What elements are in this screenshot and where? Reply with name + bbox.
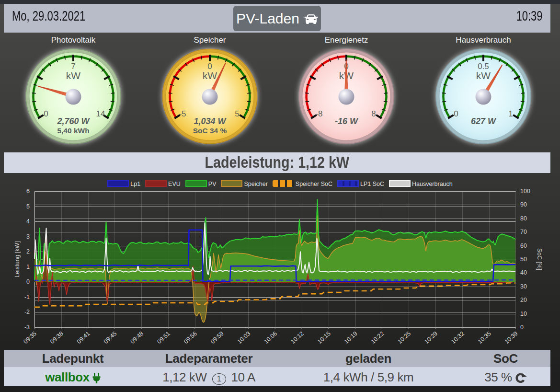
svg-text:09:45: 09:45 — [103, 330, 118, 345]
svg-text:10:29: 10:29 — [423, 330, 439, 345]
svg-text:-1: -1 — [24, 294, 30, 300]
svg-text:30: 30 — [520, 283, 527, 290]
svg-text:-2: -2 — [24, 309, 30, 315]
svg-text:90: 90 — [520, 201, 527, 208]
svg-text:3: 3 — [26, 233, 30, 240]
svg-text:10:35: 10:35 — [477, 330, 492, 345]
svg-text:10:15: 10:15 — [316, 330, 332, 345]
svg-text:Leistung [kW]: Leistung [kW] — [14, 241, 21, 277]
svg-text:09:48: 09:48 — [129, 330, 145, 345]
svg-text:60: 60 — [520, 242, 527, 249]
svg-text:09:59: 09:59 — [209, 330, 225, 345]
svg-text:10:25: 10:25 — [397, 330, 412, 345]
svg-text:09:56: 09:56 — [183, 330, 198, 345]
svg-text:0: 0 — [520, 324, 524, 331]
svg-text:4: 4 — [26, 218, 30, 225]
svg-text:1: 1 — [26, 264, 30, 270]
svg-text:20: 20 — [520, 297, 527, 303]
svg-text:09:51: 09:51 — [156, 330, 171, 345]
svg-text:40: 40 — [520, 269, 527, 276]
svg-text:10:39: 10:39 — [503, 330, 519, 345]
svg-text:09:41: 09:41 — [76, 330, 91, 345]
svg-text:10:12: 10:12 — [289, 330, 305, 345]
svg-text:09:35: 09:35 — [22, 330, 38, 345]
svg-text:10:32: 10:32 — [450, 330, 466, 345]
svg-text:80: 80 — [520, 215, 527, 222]
svg-text:10:06: 10:06 — [263, 330, 279, 345]
svg-text:70: 70 — [520, 229, 527, 235]
svg-text:-3: -3 — [24, 324, 30, 331]
svg-text:10: 10 — [520, 311, 527, 317]
svg-text:5: 5 — [26, 203, 30, 210]
svg-text:6: 6 — [26, 188, 30, 195]
svg-text:100: 100 — [520, 188, 530, 195]
svg-text:2: 2 — [26, 248, 30, 255]
svg-text:10:19: 10:19 — [343, 330, 359, 345]
svg-text:10:03: 10:03 — [236, 330, 252, 345]
svg-text:0: 0 — [26, 278, 30, 285]
svg-text:10:22: 10:22 — [370, 330, 386, 345]
svg-text:09:38: 09:38 — [49, 330, 65, 345]
svg-text:SoC [%]: SoC [%] — [536, 248, 543, 270]
svg-text:50: 50 — [520, 256, 527, 263]
